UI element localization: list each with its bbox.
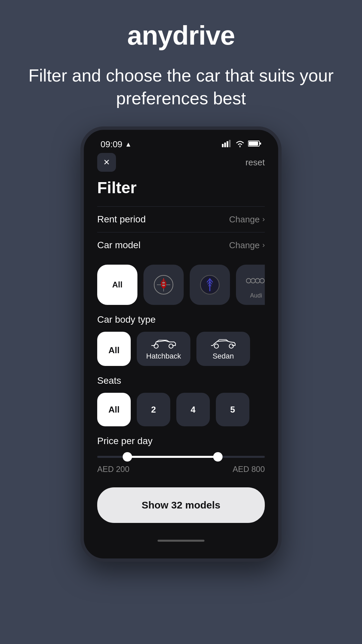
sedan-icon [210, 337, 237, 349]
car-model-action[interactable]: Change › [229, 240, 265, 251]
price-slider-fill [127, 456, 218, 458]
brand-maserati[interactable] [190, 265, 230, 305]
side-button-volume-down [80, 224, 82, 244]
rent-period-row[interactable]: Rent period Change › [97, 206, 265, 232]
close-icon: ✕ [103, 158, 110, 167]
status-time: 09:09 ▲ [101, 139, 132, 150]
seat-2-label: 2 [151, 405, 156, 415]
battery-icon [248, 139, 261, 150]
show-button-container: Show 32 models [84, 481, 278, 533]
svg-rect-0 [222, 144, 224, 147]
svg-rect-8 [162, 282, 165, 283]
price-max-label: AED 800 [233, 465, 265, 474]
seats-row: All 2 4 5 [97, 393, 265, 426]
audi-text: Audi [250, 292, 262, 299]
time-display: 09:09 [101, 139, 122, 150]
price-slider[interactable] [97, 456, 265, 458]
filter-title: Filter [97, 178, 265, 197]
svg-rect-2 [227, 141, 228, 147]
svg-point-13 [255, 278, 260, 283]
body-type-all[interactable]: All [97, 332, 131, 366]
show-models-button[interactable]: Show 32 models [97, 487, 265, 523]
body-type-section: Car body type All Hatchback [97, 314, 265, 366]
app-title: anydrive [127, 20, 235, 51]
phone-frame: 09:09 ▲ [80, 126, 282, 562]
rent-period-change: Change [229, 214, 260, 225]
app-subtitle: Filter and choose the car that suits you… [0, 64, 362, 110]
price-thumb-max[interactable] [213, 452, 223, 462]
svg-point-15 [154, 344, 158, 348]
phone-content: ✕ reset Filter Rent period Change › Car … [84, 153, 278, 474]
svg-point-18 [229, 344, 233, 348]
svg-point-17 [214, 344, 218, 348]
wifi-icon [235, 139, 245, 150]
location-icon: ▲ [125, 141, 132, 148]
maserati-logo [200, 275, 220, 295]
price-per-day-label: Price per day [97, 436, 265, 446]
brand-porsche[interactable] [143, 265, 184, 305]
brand-all[interactable]: All [97, 265, 137, 305]
svg-rect-1 [224, 143, 226, 147]
status-bar: 09:09 ▲ [84, 130, 278, 153]
porsche-logo [154, 275, 174, 295]
body-type-hatchback[interactable]: Hatchback [137, 332, 190, 366]
reset-button[interactable]: reset [245, 157, 265, 168]
price-labels: AED 200 AED 800 [97, 465, 265, 474]
seats-section: Seats All 2 4 5 [97, 375, 265, 426]
seat-4-label: 4 [191, 405, 195, 415]
svg-rect-9 [162, 285, 165, 286]
signal-icon [222, 139, 232, 150]
seat-2[interactable]: 2 [137, 393, 170, 426]
car-model-chevron: › [262, 241, 265, 250]
price-section: Price per day AED 200 AED 800 [97, 436, 265, 474]
rent-period-chevron: › [262, 215, 265, 224]
rent-period-label: Rent period [97, 214, 146, 225]
svg-rect-6 [249, 142, 258, 146]
body-types-row: All Hatchback [97, 332, 265, 366]
body-type-sedan-label: Sedan [213, 352, 234, 361]
body-type-label: Car body type [97, 314, 265, 325]
seats-label: Seats [97, 375, 265, 386]
seat-all[interactable]: All [97, 393, 131, 426]
svg-point-16 [169, 344, 173, 348]
seat-4[interactable]: 4 [176, 393, 210, 426]
seat-5-label: 5 [230, 405, 235, 415]
car-model-label: Car model [97, 240, 140, 251]
seat-all-label: All [108, 405, 119, 415]
body-type-sedan[interactable]: Sedan [196, 332, 250, 366]
svg-rect-5 [260, 143, 261, 145]
price-thumb-min[interactable] [123, 452, 132, 462]
body-type-all-label: All [108, 345, 119, 356]
audi-logo [246, 271, 265, 291]
brand-audi[interactable]: Audi [236, 265, 265, 305]
rent-period-action[interactable]: Change › [229, 214, 265, 225]
svg-point-14 [260, 278, 264, 283]
svg-rect-3 [229, 140, 231, 147]
brand-all-label: All [112, 280, 123, 289]
body-type-hatchback-label: Hatchback [146, 352, 181, 361]
side-button-power [280, 210, 282, 240]
phone-bottom-bar [84, 533, 278, 545]
filter-topbar: ✕ reset [97, 153, 265, 172]
svg-point-12 [251, 278, 255, 283]
side-button-volume-up [80, 197, 82, 217]
status-icons [222, 139, 261, 150]
home-indicator [158, 540, 204, 542]
brands-row: All [97, 265, 265, 305]
seat-5[interactable]: 5 [216, 393, 249, 426]
svg-point-11 [246, 278, 251, 283]
car-model-change: Change [229, 240, 260, 251]
hatchback-icon [150, 337, 177, 349]
car-model-row[interactable]: Car model Change › [97, 232, 265, 258]
price-min-label: AED 200 [97, 465, 129, 474]
close-button[interactable]: ✕ [97, 153, 116, 172]
